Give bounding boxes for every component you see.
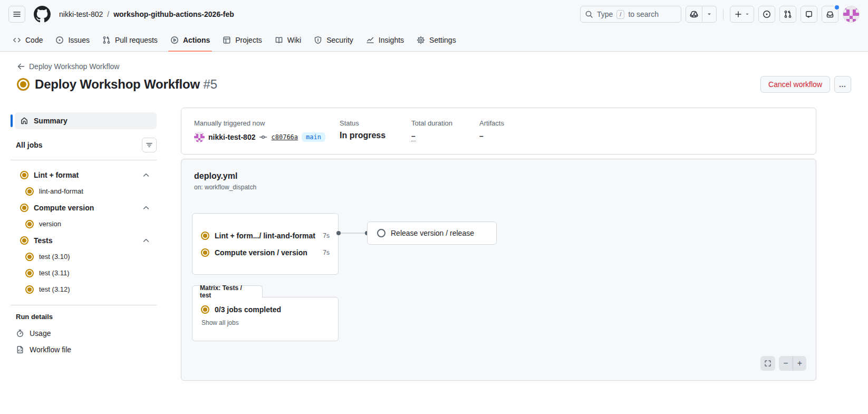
graph-matrix-node: 0/3 jobs completed Show all jobs	[192, 297, 339, 341]
commit-icon	[259, 133, 267, 141]
tab-wiki[interactable]: Wiki	[269, 28, 306, 51]
filter-jobs-button[interactable]	[142, 138, 157, 152]
gear-icon	[417, 36, 425, 44]
unread-notification-dot	[834, 4, 840, 11]
job-item-test-3-10[interactable]: test (3.10)	[11, 248, 157, 265]
tab-code[interactable]: Code	[7, 28, 48, 51]
search-placeholder-prefix: Type	[597, 10, 613, 18]
trigger-label: Manually triggered now	[194, 119, 340, 127]
zoom-out-button[interactable]: −	[779, 356, 793, 371]
sidebar-item-usage[interactable]: Usage	[11, 325, 157, 341]
tab-pull-requests[interactable]: Pull requests	[97, 28, 163, 51]
graph-node-compute-version[interactable]: Compute version / version 7s	[201, 248, 330, 257]
sidebar-item-workflow-file[interactable]: Workflow file	[11, 341, 157, 358]
job-group-tests[interactable]: Tests	[11, 232, 157, 248]
in-progress-status-icon	[20, 171, 28, 179]
repo-nav-tabs: Code Issues Pull requests Actions Projec…	[0, 28, 868, 52]
job-group-compute-version[interactable]: Compute version	[11, 199, 157, 216]
top-bar: nikki-test-802 / workshop-github-actions…	[0, 0, 868, 28]
run-sidebar: Summary All jobs Lint + format lint-and-…	[11, 108, 157, 358]
job-item-version[interactable]: version	[11, 216, 157, 232]
pull-requests-button[interactable]	[779, 6, 796, 23]
graph-group-node: Lint + form.../ lint-and-format 7s Compu…	[192, 213, 339, 275]
breadcrumb-repo[interactable]: workshop-github-actions-2026-feb	[113, 10, 234, 18]
sidebar-divider	[11, 305, 157, 305]
zoom-in-button[interactable]: +	[793, 356, 806, 371]
graph-fullscreen-button[interactable]	[760, 356, 775, 371]
chevron-up-icon[interactable]	[142, 204, 150, 212]
table-icon	[223, 36, 231, 44]
search-input[interactable]: Type / to search	[580, 6, 681, 23]
back-to-workflow-link[interactable]: Deploy Workshop Workflow	[17, 62, 119, 71]
actor-login[interactable]: nikki-test-802	[208, 133, 255, 141]
commit-sha-link[interactable]: c80766a	[271, 133, 298, 141]
graph-node-release[interactable]: Release version / release	[367, 222, 497, 245]
tab-insights[interactable]: Insights	[361, 28, 409, 51]
notifications-button[interactable]	[822, 6, 838, 23]
tab-projects[interactable]: Projects	[217, 28, 267, 51]
in-progress-status-icon	[25, 187, 34, 196]
copilot-icon	[690, 10, 698, 18]
issue-opened-icon	[763, 10, 771, 18]
arrow-left-icon	[17, 62, 25, 71]
breadcrumb-owner[interactable]: nikki-test-802	[59, 10, 103, 18]
sidebar-divider	[11, 160, 157, 160]
inbox-icon	[826, 10, 834, 18]
copilot-button[interactable]	[686, 6, 702, 22]
branch-badge[interactable]: main	[302, 132, 325, 142]
hamburger-menu-button[interactable]	[8, 6, 25, 23]
job-item-test-3-11[interactable]: test (3.11)	[11, 265, 157, 281]
create-new-button[interactable]	[730, 6, 754, 23]
copilot-dropdown-button[interactable]	[702, 6, 716, 22]
in-progress-status-icon	[25, 269, 34, 277]
in-progress-status-icon	[20, 204, 28, 212]
slash-key-badge: /	[616, 10, 624, 19]
cancel-workflow-button[interactable]: Cancel workflow	[760, 76, 830, 93]
job-item-test-3-12[interactable]: test (3.12)	[11, 281, 157, 297]
matrix-jobs-summary: 0/3 jobs completed	[201, 305, 330, 314]
chevron-up-icon[interactable]	[142, 171, 150, 179]
graph-node-lint-and-format[interactable]: Lint + form.../ lint-and-format 7s	[201, 232, 330, 240]
plus-icon	[734, 10, 742, 18]
book-icon	[275, 36, 283, 44]
job-duration: 7s	[323, 249, 330, 256]
in-progress-status-icon	[201, 232, 209, 240]
in-progress-status-icon	[201, 305, 209, 314]
tab-issues[interactable]: Issues	[50, 28, 94, 51]
tab-actions[interactable]: Actions	[165, 28, 215, 51]
job-group-lint-format[interactable]: Lint + format	[11, 167, 157, 183]
tab-settings[interactable]: Settings	[411, 28, 461, 51]
all-jobs-heading: All jobs	[16, 141, 43, 149]
sidebar-item-label: Summary	[34, 117, 67, 125]
sidebar-item-summary[interactable]: Summary	[15, 112, 157, 129]
show-all-jobs-link[interactable]: Show all jobs	[201, 319, 239, 326]
run-options-kebab-button[interactable]: …	[834, 76, 851, 93]
github-logo[interactable]	[34, 6, 51, 23]
file-code-icon	[16, 345, 24, 354]
run-summary-main: Manually triggered now nikki-test-802 c8…	[181, 108, 816, 381]
workflow-graph-card: deploy.yml on: workflow_dispatch Lint + …	[181, 159, 816, 381]
run-number: #5	[203, 77, 217, 91]
actor-avatar[interactable]	[194, 132, 205, 142]
breadcrumb-separator: /	[107, 10, 109, 18]
hamburger-icon	[13, 10, 21, 18]
graph-edge-dot	[336, 231, 341, 235]
saved-items-button[interactable]	[801, 6, 817, 23]
tab-security[interactable]: Security	[308, 28, 359, 51]
user-avatar[interactable]	[843, 6, 860, 23]
git-pull-request-icon	[102, 36, 111, 44]
issue-opened-icon	[55, 36, 64, 44]
job-duration: 7s	[323, 232, 330, 239]
chevron-down-icon	[745, 12, 750, 17]
code-icon	[13, 36, 21, 44]
job-item-lint-and-format[interactable]: lint-and-format	[11, 183, 157, 199]
stopwatch-icon	[16, 329, 24, 338]
workflow-trigger: on: workflow_dispatch	[194, 184, 803, 191]
matrix-tab-label: Matrix: Tests / test	[192, 285, 263, 297]
in-progress-status-icon	[201, 248, 209, 257]
shield-icon	[314, 36, 322, 44]
issues-button[interactable]	[758, 6, 775, 23]
status-label: Status	[340, 119, 411, 127]
chevron-up-icon[interactable]	[142, 236, 150, 245]
filter-icon	[145, 141, 153, 149]
